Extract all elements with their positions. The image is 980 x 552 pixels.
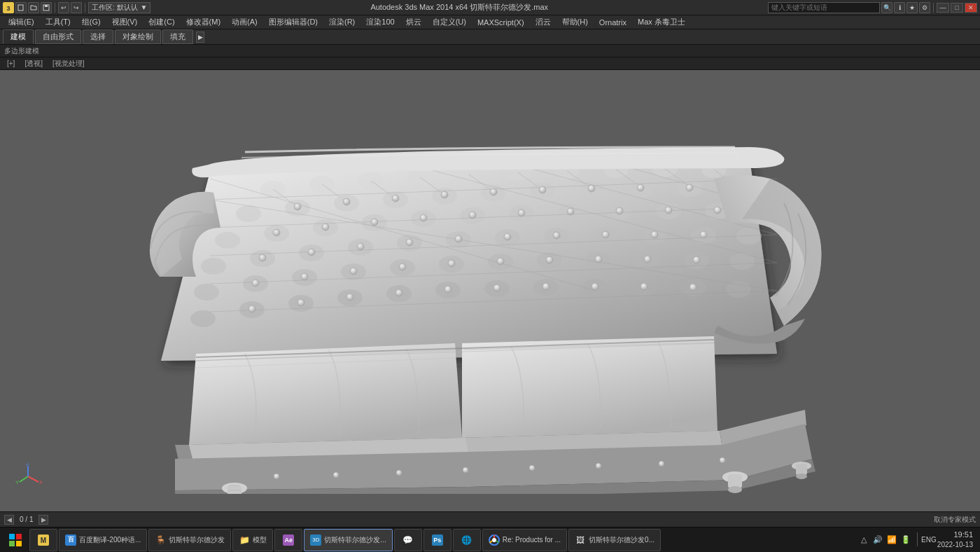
svg-point-129 <box>497 258 504 265</box>
menu-create[interactable]: 创建(C) <box>143 15 180 29</box>
prev-frame-btn[interactable]: ◀ <box>4 515 14 525</box>
network-icon[interactable]: 📶 <box>886 534 897 545</box>
frame-counter: 0 / 1 <box>17 516 36 523</box>
help-search-btn[interactable]: 🔍 <box>881 2 892 13</box>
tab-more-btn[interactable]: ▶ <box>196 32 204 43</box>
workspace-label: 工作区: 默认认 <box>92 3 138 13</box>
menu-taocloud[interactable]: 滔云 <box>530 15 556 29</box>
chrome-icon <box>489 534 500 546</box>
menu-bocloud[interactable]: 烘云 <box>400 15 427 29</box>
svg-point-116 <box>357 243 364 250</box>
svg-point-141 <box>592 283 598 290</box>
menu-maxscript[interactable]: MAXScript(X) <box>472 17 530 28</box>
taskbar-photoshop[interactable]: Ps <box>424 529 451 551</box>
system-tray: △ 🔊 📶 🔋 ENG 19:51 2022-10-13 <box>858 530 977 550</box>
baidu-translate-label: 百度翻译-200种语... <box>79 535 141 545</box>
svg-rect-167 <box>9 534 15 539</box>
svg-rect-151 <box>796 464 807 475</box>
svg-point-139 <box>493 284 500 291</box>
tab-object-paint[interactable]: 对象绘制 <box>115 29 161 44</box>
star-btn[interactable]: ★ <box>906 2 918 13</box>
svg-point-126 <box>350 268 357 275</box>
svg-point-26 <box>236 205 261 222</box>
minimize-btn[interactable]: — <box>937 3 949 13</box>
status-bar: ◀ 0 / 1 ▶ 取消专家模式 <box>0 511 980 527</box>
vp-shading[interactable]: [视觉处理] <box>50 58 88 69</box>
menu-bar: 编辑(E) 工具(T) 组(G) 视图(V) 创建(C) 修改器(M) 动画(A… <box>0 15 980 29</box>
taskbar-image-viewer[interactable]: 🖼 切斯特菲尔德沙发0... <box>568 529 661 551</box>
menu-graph-editor[interactable]: 图形编辑器(D) <box>263 15 323 29</box>
info-btn[interactable]: ℹ <box>894 2 905 13</box>
menu-group[interactable]: 组(G) <box>76 15 106 29</box>
svg-point-101 <box>588 185 595 192</box>
start-button[interactable] <box>3 527 28 553</box>
vp-perspective[interactable]: [透视] <box>22 58 46 69</box>
mode-text: 多边形建模 <box>4 46 39 56</box>
svg-point-124 <box>252 280 259 287</box>
clock-date: 2022-10-13 <box>937 540 973 550</box>
menu-antivirus[interactable]: Max 杀毒卫士 <box>632 15 691 29</box>
menu-animation[interactable]: 动画(A) <box>226 15 263 29</box>
taskbar-baidu-translate[interactable]: 百 百度翻译-200种语... <box>59 529 147 551</box>
save-btn[interactable] <box>41 2 52 13</box>
app-title: Autodesk 3ds Max 2014 x64 切斯特菲尔德沙发.max <box>150 2 768 13</box>
close-btn[interactable]: ✕ <box>965 3 977 13</box>
tab-modeling[interactable]: 建模 <box>3 29 34 44</box>
svg-point-130 <box>546 256 553 263</box>
battery-icon[interactable]: 🔋 <box>900 534 911 545</box>
taskbar-ae[interactable]: Ae <box>274 529 302 551</box>
new-btn[interactable] <box>15 2 27 13</box>
folder-icon: 🪑 <box>155 534 166 546</box>
taskbar-sofa-file[interactable]: 🪑 切斯特菲尔德沙发 <box>148 529 231 551</box>
open-btn[interactable] <box>28 2 39 13</box>
svg-point-133 <box>693 256 700 263</box>
svg-point-136 <box>346 294 354 301</box>
system-clock[interactable]: 19:51 2022-10-13 <box>937 530 973 550</box>
next-frame-btn[interactable]: ▶ <box>38 515 48 525</box>
sofa-file-label: 切斯特菲尔德沙发 <box>169 535 225 545</box>
svg-point-113 <box>714 207 721 214</box>
menu-ornatrix[interactable]: Ornatrix <box>594 17 632 28</box>
menu-render[interactable]: 渲染(R) <box>323 15 360 29</box>
svg-point-132 <box>644 256 651 263</box>
redo-btn[interactable]: ↪ <box>71 2 82 13</box>
taskbar-sofa-active[interactable]: 3D 切斯特菲尔德沙发... <box>304 529 392 551</box>
viewport[interactable]: X Y Z <box>0 70 980 511</box>
menu-view[interactable]: 视图(V) <box>106 15 144 29</box>
tab-freeform[interactable]: 自由形式 <box>35 29 81 44</box>
svg-point-106 <box>371 219 378 226</box>
menu-customize[interactable]: 自定义(U) <box>427 15 472 29</box>
svg-text:M: M <box>41 537 46 544</box>
taskbar-3dsmax[interactable]: M <box>29 529 57 551</box>
maximize-btn[interactable]: □ <box>951 3 963 13</box>
taskbar-browser[interactable]: 🌐 <box>453 529 481 551</box>
menu-edit[interactable]: 编辑(E) <box>3 15 40 29</box>
volume-icon[interactable]: 🔊 <box>872 534 883 545</box>
menu-modifier[interactable]: 修改器(M) <box>181 15 227 29</box>
taskbar-model[interactable]: 📁 模型 <box>232 529 273 551</box>
title-bar: 3 ↩ ↪ 工作区: 默认认 ▼ Autodesk 3ds Max 2014 x… <box>0 0 980 15</box>
svg-point-155 <box>396 470 402 476</box>
svg-point-159 <box>659 461 664 467</box>
show-hidden-icons-btn[interactable]: △ <box>858 534 869 545</box>
taskbar-chrome[interactable]: Re: Products for ... <box>482 529 567 551</box>
title-bar-right: 🔍 ℹ ★ ⚙ — □ ✕ <box>768 2 977 13</box>
workspace-dropdown[interactable]: 工作区: 默认认 ▼ <box>88 2 150 13</box>
wechat-icon: 💬 <box>402 534 414 546</box>
title-search-input[interactable] <box>768 2 880 13</box>
tab-select[interactable]: 选择 <box>83 29 113 44</box>
svg-point-123 <box>700 231 707 238</box>
settings-btn[interactable]: ⚙ <box>919 2 930 13</box>
svg-point-61 <box>194 284 219 301</box>
menu-tools[interactable]: 工具(T) <box>40 15 76 29</box>
undo-btn[interactable]: ↩ <box>58 2 69 13</box>
tab-fill[interactable]: 填充 <box>162 29 193 44</box>
lang-btn[interactable]: ENG <box>923 534 934 545</box>
menu-render100[interactable]: 渲染100 <box>360 15 400 29</box>
taskbar-wechat[interactable]: 💬 <box>394 529 422 551</box>
sofa-active-label: 切斯特菲尔德沙发... <box>324 535 386 545</box>
svg-line-161 <box>28 476 38 482</box>
ps-icon: Ps <box>432 534 443 546</box>
vp-plus[interactable]: [+] <box>4 59 18 68</box>
menu-help[interactable]: 帮助(H) <box>556 15 594 29</box>
